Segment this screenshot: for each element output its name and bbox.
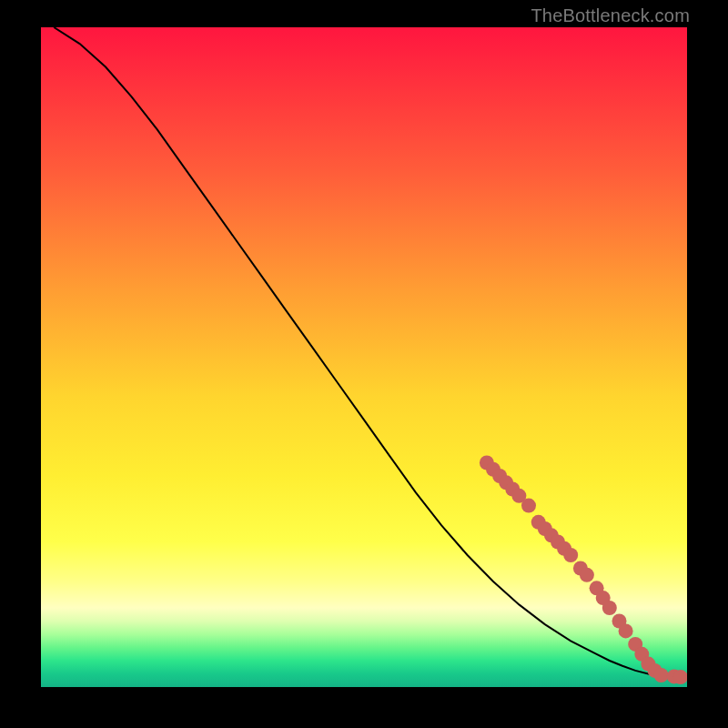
data-marker <box>619 623 633 638</box>
marker-group <box>480 456 687 685</box>
chart-svg <box>41 27 687 687</box>
data-marker <box>686 670 687 684</box>
data-marker <box>580 568 594 582</box>
plot-area <box>41 27 687 687</box>
watermark-text: TheBottleneck.com <box>531 5 690 26</box>
data-marker <box>563 548 578 562</box>
chart-container: TheBottleneck.com <box>0 0 728 728</box>
data-marker <box>654 668 669 682</box>
data-marker <box>602 601 617 615</box>
data-marker <box>521 499 536 513</box>
